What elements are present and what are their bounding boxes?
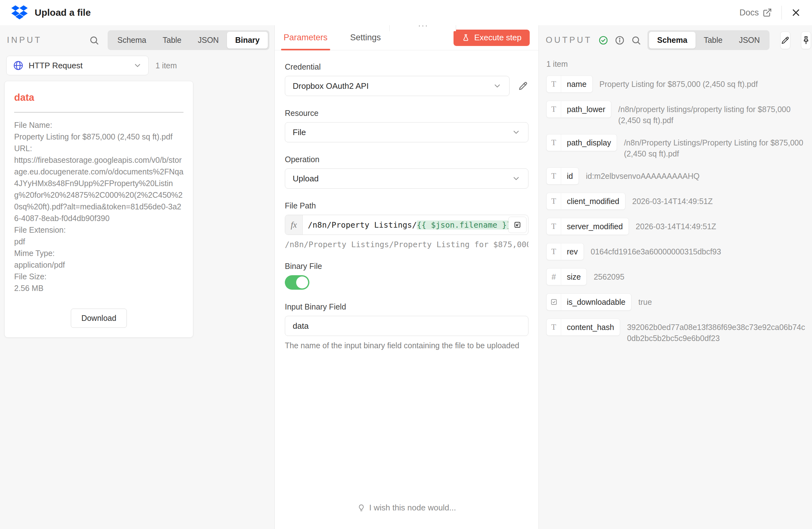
- schema-row-path_lower[interactable]: Tpath_lower/n8n/property listings/proper…: [546, 101, 805, 126]
- input-tab-binary[interactable]: Binary: [227, 32, 268, 48]
- binary-field-label: File Name:: [14, 119, 184, 131]
- binary-field-value: 2.56 MB: [14, 283, 184, 294]
- schema-key-pill[interactable]: Tclient_modified: [546, 193, 625, 210]
- schema-row-client_modified[interactable]: Tclient_modified2026-03-14T14:49:51Z: [546, 193, 805, 210]
- schema-row-rev[interactable]: Trev0164cfd1916e3a60000000315dbcf93: [546, 243, 805, 260]
- string-type-icon: T: [547, 193, 561, 210]
- schema-row-size[interactable]: #size2562095: [546, 268, 805, 285]
- success-check-icon: [598, 35, 608, 45]
- schema-key-pill[interactable]: Tpath_lower: [546, 101, 611, 118]
- binary-field-label: Mime Type:: [14, 247, 184, 259]
- string-type-icon: T: [547, 134, 561, 151]
- info-icon[interactable]: [615, 35, 625, 45]
- chevron-down-icon: [512, 174, 521, 183]
- schema-key-pill[interactable]: Tname: [546, 75, 593, 92]
- fx-badge: fx: [285, 215, 303, 234]
- input-source-select[interactable]: HTTP Request: [6, 56, 148, 75]
- globe-icon: [13, 60, 24, 71]
- card-divider: [14, 112, 184, 112]
- string-type-icon: T: [547, 319, 561, 335]
- input-tab-json[interactable]: JSON: [190, 32, 227, 48]
- schema-key-pill[interactable]: is_downloadable: [546, 294, 631, 311]
- schema-value: /n8n/Property Listings/Property Listing …: [624, 134, 805, 159]
- binary-field-label: File Extension:: [14, 224, 184, 236]
- node-title: Upload a file: [34, 7, 91, 18]
- open-expression-editor-button[interactable]: [508, 217, 526, 233]
- schema-row-content_hash[interactable]: Tcontent_hash392062b0ed77a08e13f386f69e3…: [546, 319, 805, 344]
- ndv-header: Upload a file Docs: [0, 0, 812, 25]
- schema-key-pill[interactable]: Trev: [546, 243, 584, 260]
- schema-key-pill[interactable]: Tcontent_hash: [546, 319, 620, 336]
- schema-key-pill[interactable]: Tserver_modified: [546, 218, 629, 235]
- input-display-mode-tabs: SchemaTableJSONBinary: [107, 30, 270, 50]
- docs-link[interactable]: Docs: [739, 8, 772, 18]
- tab-settings[interactable]: Settings: [350, 25, 381, 50]
- binary-field-value: pdf: [14, 236, 184, 247]
- schema-row-path_display[interactable]: Tpath_display/n8n/Property Listings/Prop…: [546, 134, 805, 159]
- download-button[interactable]: Download: [71, 309, 127, 328]
- pencil-icon: [781, 35, 790, 45]
- binary-field-name: data: [14, 92, 184, 103]
- edit-output-button[interactable]: [780, 31, 790, 49]
- close-icon[interactable]: [791, 8, 801, 17]
- schema-row-is_downloadable[interactable]: is_downloadabletrue: [546, 294, 805, 311]
- resource-label: Resource: [285, 109, 528, 118]
- operation-select[interactable]: Upload: [285, 169, 528, 189]
- schema-row-id[interactable]: Tidid:m2elbvsenvoAAAAAAAAAHQ: [546, 168, 805, 185]
- output-tab-schema[interactable]: Schema: [649, 32, 696, 48]
- node-feedback-link[interactable]: I wish this node would...: [275, 503, 538, 513]
- output-search-icon[interactable]: [631, 35, 641, 45]
- input-tab-schema[interactable]: Schema: [109, 32, 155, 48]
- schema-row-server_modified[interactable]: Tserver_modified2026-03-14T14:49:51Z: [546, 218, 805, 235]
- resource-select[interactable]: File: [285, 122, 528, 142]
- pin-data-button[interactable]: [801, 31, 811, 49]
- schema-key-name: id: [561, 172, 579, 181]
- schema-row-name[interactable]: TnameProperty Listing for $875,000 (2,45…: [546, 75, 805, 92]
- lightbulb-icon: [357, 504, 365, 512]
- string-type-icon: T: [547, 168, 561, 184]
- input-tab-table[interactable]: Table: [155, 32, 190, 48]
- binary-file-label: Binary File: [285, 262, 528, 271]
- edit-credential-icon[interactable]: [518, 81, 528, 91]
- output-tab-table[interactable]: Table: [696, 32, 731, 48]
- string-type-icon: T: [547, 101, 561, 117]
- schema-key-pill[interactable]: #size: [546, 268, 587, 285]
- schema-value: 2562095: [594, 268, 805, 283]
- schema-key-name: server_modified: [561, 222, 628, 231]
- credential-select[interactable]: Dropbox OAuth2 API: [285, 76, 509, 96]
- schema-value: id:m2elbvsenvoAAAAAAAAAHQ: [586, 168, 805, 182]
- boolean-type-icon: [547, 294, 561, 310]
- schema-value: 2026-03-14T14:49:51Z: [636, 218, 805, 232]
- binary-field-label: File Size:: [14, 271, 184, 283]
- input-search-icon[interactable]: [89, 35, 99, 45]
- operation-label: Operation: [285, 155, 528, 164]
- file-path-evaluated-hint: /n8n/Property Listings/Property Listing …: [285, 240, 528, 249]
- input-binary-field-input[interactable]: data: [285, 316, 528, 336]
- schema-key-pill[interactable]: Tpath_display: [546, 134, 617, 151]
- expand-icon: [513, 220, 522, 229]
- string-type-icon: T: [547, 243, 561, 260]
- output-items-count: 1 item: [539, 50, 812, 69]
- output-schema-list: TnameProperty Listing for $875,000 (2,45…: [539, 69, 812, 344]
- tab-parameters[interactable]: Parameters: [284, 25, 328, 50]
- schema-key-name: name: [561, 80, 592, 89]
- chevron-down-icon: [512, 128, 521, 137]
- binary-field-label: URL:: [14, 143, 184, 154]
- schema-key-pill[interactable]: Tid: [546, 168, 579, 185]
- binary-file-toggle[interactable]: [285, 275, 309, 290]
- binary-field-list: File Name:Property Listing for $875,000 …: [14, 119, 184, 294]
- string-type-icon: T: [547, 218, 561, 234]
- schema-value: /n8n/property listings/property listing …: [618, 101, 805, 126]
- binary-data-card: data File Name:Property Listing for $875…: [4, 81, 193, 338]
- execute-step-button[interactable]: Execute step: [453, 30, 530, 46]
- output-tab-json[interactable]: JSON: [731, 32, 768, 48]
- parameters-panel: Parameters Settings Execute step Credent…: [274, 25, 539, 529]
- schema-key-name: path_lower: [561, 105, 611, 114]
- dropbox-logo-icon: [11, 5, 28, 20]
- external-link-icon: [763, 8, 772, 17]
- schema-key-name: size: [561, 272, 586, 282]
- schema-value: Property Listing for $875,000 (2,450 sq …: [599, 75, 805, 90]
- credential-label: Credential: [285, 62, 528, 71]
- file-path-input[interactable]: fx /n8n/Property Listings/{{ $json.filen…: [285, 215, 528, 235]
- output-display-mode-tabs: SchemaTableJSON: [648, 30, 769, 50]
